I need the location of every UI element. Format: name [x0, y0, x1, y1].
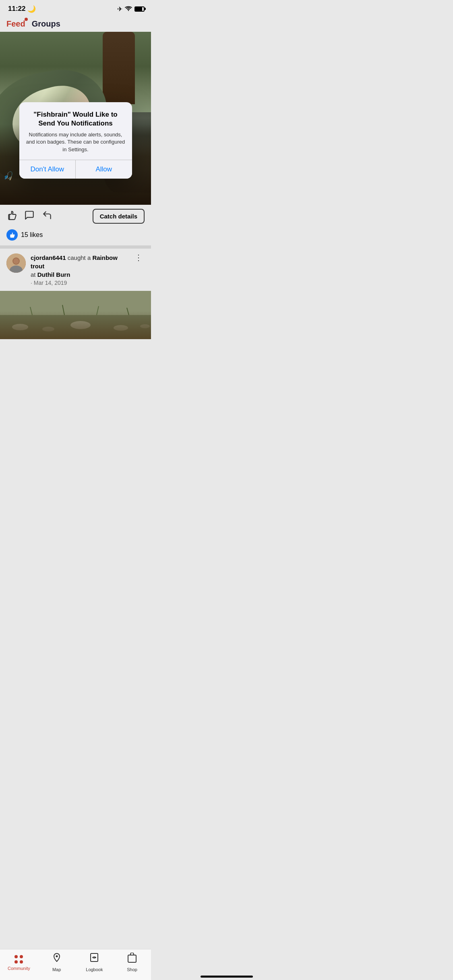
avatar-image	[6, 253, 26, 273]
status-icons: ✈	[117, 5, 145, 13]
nav-tabs: Feed Groups	[0, 18, 151, 32]
caught-text: caught a	[66, 254, 93, 261]
tree-trunk	[103, 32, 135, 104]
catch-location-photo	[0, 291, 151, 339]
status-time-group: 11:22 🌙	[8, 5, 36, 13]
lure-icon: 🎣	[3, 171, 13, 181]
tab-feed[interactable]: Feed	[6, 19, 25, 29]
post-actions-bar: Catch details	[0, 205, 151, 228]
dialog-content-area: "Fishbrain" Would Like to Send You Notif…	[19, 102, 132, 160]
dont-allow-button[interactable]: Don't Allow	[19, 160, 76, 179]
battery-icon	[134, 6, 145, 12]
moon-icon: 🌙	[27, 5, 36, 13]
catch-info: cjordan6441 caught a Rainbow trout at Du…	[31, 253, 128, 286]
likes-thumb-icon	[6, 229, 18, 241]
catch-username[interactable]: cjordan6441	[31, 254, 66, 261]
dialog-title: "Fishbrain" Would Like to Send You Notif…	[26, 110, 126, 128]
share-button[interactable]	[42, 210, 52, 223]
section-divider	[0, 245, 151, 249]
notification-dialog: "Fishbrain" Would Like to Send You Notif…	[19, 102, 132, 179]
tab-groups[interactable]: Groups	[32, 19, 60, 29]
catch-text: cjordan6441 caught a Rainbow trout at Du…	[31, 253, 128, 279]
at-text: at	[31, 271, 37, 278]
ground-detail	[0, 311, 151, 339]
like-button[interactable]	[6, 210, 17, 223]
catch-location[interactable]: Duthil Burn	[37, 271, 70, 278]
catch-details-button[interactable]: Catch details	[93, 209, 145, 224]
wifi-icon	[125, 6, 132, 12]
catch-post-item: cjordan6441 caught a Rainbow trout at Du…	[0, 249, 151, 291]
more-options-button[interactable]: ⋮	[133, 253, 145, 261]
airplane-icon: ✈	[117, 5, 122, 13]
feed-notification-dot	[25, 18, 28, 21]
nav-spacer	[0, 339, 151, 371]
allow-button[interactable]: Allow	[76, 160, 132, 179]
comment-button[interactable]	[24, 210, 35, 223]
action-icons-group	[6, 210, 52, 223]
dialog-message: Notifications may include alerts, sounds…	[26, 131, 126, 153]
svg-point-3	[13, 258, 19, 264]
fish-photo: 🎣 "Fishbrain" Would Like to Send You Not…	[0, 32, 151, 205]
user-avatar[interactable]	[6, 253, 26, 273]
status-time: 11:22	[8, 5, 25, 13]
status-bar: 11:22 🌙 ✈	[0, 0, 151, 18]
likes-count: 15 likes	[21, 231, 43, 239]
main-content: 🎣 "Fishbrain" Would Like to Send You Not…	[0, 32, 151, 371]
dialog-buttons: Don't Allow Allow	[19, 160, 132, 179]
likes-row: 15 likes	[0, 228, 151, 245]
catch-date: · Mar 14, 2019	[31, 280, 128, 286]
